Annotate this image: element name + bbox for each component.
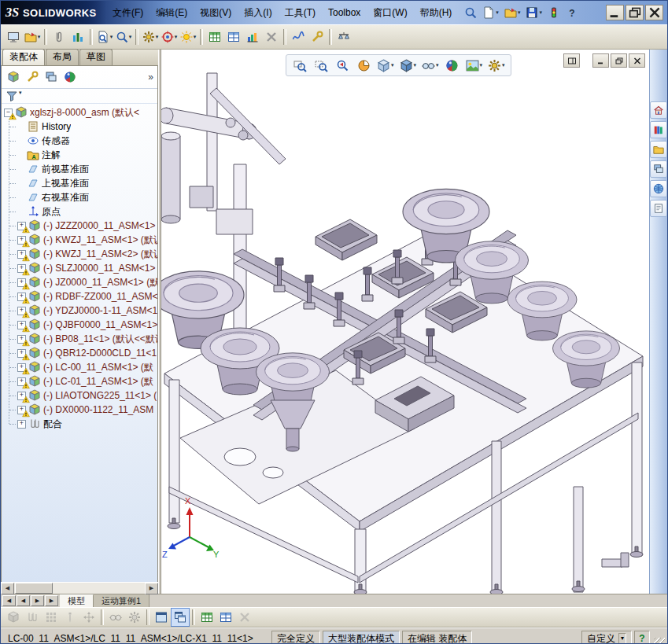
- tree-item[interactable]: (-) YDZJ0000-1-11_ASM<1: [2, 304, 157, 318]
- toolbox-status-button[interactable]: [546, 4, 562, 21]
- custom-properties-button[interactable]: [650, 200, 667, 217]
- scrollbar-thumb[interactable]: [15, 583, 53, 594]
- bom-table-button[interactable]: [224, 28, 243, 46]
- tree-item[interactable]: 前视基准面: [2, 162, 157, 176]
- tree-item[interactable]: (-) LC-01_11_ASM<1> (默: [2, 374, 157, 388]
- quick-tips-help-button[interactable]: ?: [634, 631, 650, 644]
- open-document-button[interactable]: [503, 4, 522, 21]
- property-manager-tab[interactable]: [24, 69, 40, 85]
- assembly-3d-model[interactable]: X Y Z: [161, 50, 649, 594]
- tree-item[interactable]: (-) KWZJ_11_ASM<2> (默认<: [2, 247, 157, 261]
- graphics-area[interactable]: X Y Z: [161, 50, 649, 594]
- display-manager-tab[interactable]: [62, 69, 78, 85]
- panel-expand-chevron[interactable]: »: [148, 72, 153, 83]
- solidworks-resources-button[interactable]: [650, 101, 667, 119]
- scroll-tabs-next-button[interactable]: [31, 595, 44, 606]
- restore-document-button[interactable]: [611, 53, 627, 68]
- design-study-button[interactable]: [243, 28, 262, 46]
- panel-tab-layout[interactable]: 布局: [46, 49, 79, 65]
- print-preview-button[interactable]: [4, 28, 23, 46]
- measure-button[interactable]: [160, 28, 179, 46]
- close-document-button[interactable]: [629, 53, 645, 68]
- resize-grip[interactable]: [654, 638, 665, 644]
- view-orientation-button[interactable]: [376, 57, 395, 74]
- zoom-fit-button[interactable]: [291, 57, 308, 74]
- scroll-tabs-prev-button[interactable]: [17, 595, 30, 606]
- menu-insert[interactable]: 插入(I): [238, 1, 278, 24]
- minimize-window-button[interactable]: [606, 5, 624, 20]
- curvature-button[interactable]: [289, 28, 308, 46]
- configuration-manager-tab[interactable]: [43, 69, 59, 85]
- tree-item[interactable]: (-) LC-00_11_ASM<1> (默: [2, 360, 157, 374]
- previous-view-button[interactable]: [334, 57, 351, 74]
- scroll-tabs-first-button[interactable]: [2, 595, 16, 606]
- assembly-statistics-button[interactable]: [68, 28, 87, 46]
- appearances-scenes-button[interactable]: [650, 180, 667, 197]
- find-references-button[interactable]: [95, 28, 114, 46]
- section-properties-button[interactable]: [308, 28, 327, 46]
- tree-item[interactable]: xglszj-8-0000_asm (默认<: [2, 105, 157, 120]
- search-button[interactable]: [463, 4, 478, 21]
- help-button[interactable]: ?: [564, 4, 580, 21]
- zoom-area-button[interactable]: [312, 57, 330, 74]
- open-document-button[interactable]: [23, 28, 42, 46]
- view-settings-button[interactable]: [487, 57, 506, 74]
- scroll-tabs-last-button[interactable]: [45, 595, 58, 606]
- custom-status-selector[interactable]: 自定义 ▾: [581, 631, 632, 644]
- document-tab[interactable]: 运动算例1: [94, 594, 149, 607]
- tree-item[interactable]: (-) BP08_11<1> (默认<<默认: [2, 332, 157, 346]
- tree-item[interactable]: 上视基准面: [2, 176, 157, 190]
- filter-icon[interactable]: [6, 90, 22, 102]
- chevron-down-icon[interactable]: ▾: [618, 633, 626, 644]
- tree-item[interactable]: (-) KWZJ_11_ASM<1> (默认: [2, 233, 157, 247]
- scroll-left-button[interactable]: [1, 583, 14, 594]
- tree-item[interactable]: (-) LIAOTONG225_11<1> (: [2, 388, 157, 403]
- tree-item[interactable]: 原点: [2, 204, 157, 219]
- toggle-featuremanager-button[interactable]: [563, 53, 580, 68]
- panel-tab-sketch[interactable]: 草图: [79, 49, 113, 65]
- tree-item[interactable]: 配合: [2, 417, 157, 431]
- tree-item[interactable]: 右视基准面: [2, 190, 157, 204]
- tree-item[interactable]: (-) SLZJ0000_11_ASM<1>: [2, 261, 157, 275]
- tree-item[interactable]: (-) QJBF0000_11_ASM<1> (: [2, 318, 157, 332]
- tree-item[interactable]: 传感器: [2, 134, 157, 148]
- edit-appearance-button[interactable]: [444, 57, 461, 74]
- menu-window[interactable]: 窗口(W): [367, 1, 413, 24]
- design-library-button[interactable]: [650, 121, 667, 138]
- minimize-document-button[interactable]: [592, 53, 609, 68]
- suppress-solve-button[interactable]: [262, 28, 281, 46]
- view-palette-button[interactable]: [650, 160, 667, 178]
- tree-item[interactable]: History: [2, 120, 157, 134]
- close-window-button[interactable]: [645, 5, 663, 20]
- menu-tools[interactable]: 工具(T): [279, 1, 322, 24]
- menu-file[interactable]: 文件(F): [106, 1, 149, 24]
- tree-item[interactable]: (-) JZ0000_11_ASM<1> (默认: [2, 275, 157, 289]
- expand-icon[interactable]: [17, 420, 26, 429]
- featuremanager-tree-tab[interactable]: [6, 69, 21, 85]
- file-explorer-button[interactable]: [650, 141, 667, 158]
- restore-window-button[interactable]: [626, 5, 644, 20]
- save-document-button[interactable]: [524, 4, 544, 21]
- appearances-button[interactable]: [179, 28, 197, 46]
- menu-edit[interactable]: 编辑(E): [149, 1, 194, 24]
- new-window-button[interactable]: [152, 608, 171, 627]
- design-table-button[interactable]: [197, 608, 216, 627]
- display-style-button[interactable]: [399, 57, 418, 74]
- menu-toolbox[interactable]: Toolbox: [322, 1, 367, 24]
- menu-view[interactable]: 视图(V): [194, 1, 238, 24]
- new-document-button[interactable]: [481, 4, 500, 21]
- tree-item[interactable]: (-) QBR12-D000CLD_11<1: [2, 346, 157, 360]
- section-view-button[interactable]: [355, 57, 372, 74]
- menu-help[interactable]: 帮助(H): [414, 1, 459, 24]
- document-tab[interactable]: 模型: [60, 594, 94, 607]
- options-button[interactable]: [141, 28, 160, 46]
- tree-item[interactable]: A注解: [2, 148, 157, 162]
- scroll-right-button[interactable]: [145, 583, 158, 594]
- mass-properties-button[interactable]: [334, 28, 353, 46]
- hide-show-items-button[interactable]: [421, 57, 440, 74]
- tree-item[interactable]: (-) DX0000-1122_11_ASM: [2, 403, 157, 417]
- zoom-tools-button[interactable]: [114, 28, 133, 46]
- design-table-button[interactable]: [205, 28, 224, 46]
- bom-table-button[interactable]: [216, 608, 235, 627]
- attachments-button[interactable]: [50, 28, 68, 46]
